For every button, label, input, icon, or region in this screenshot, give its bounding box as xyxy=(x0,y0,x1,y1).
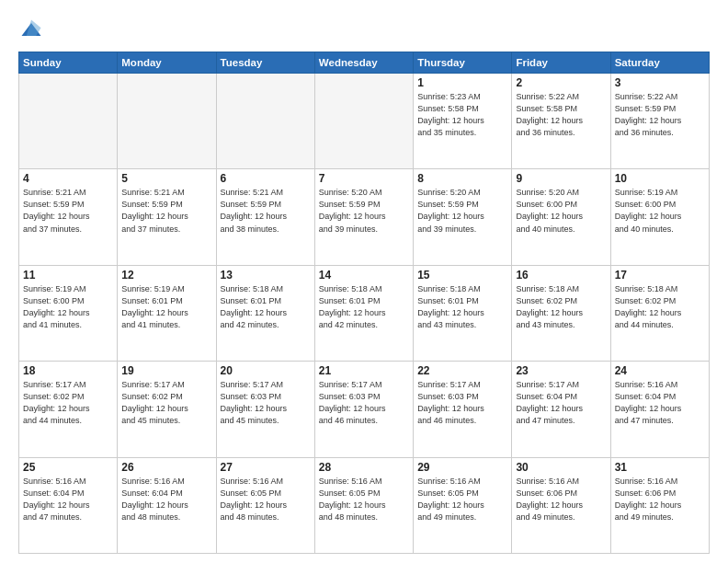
day-number: 2 xyxy=(516,76,606,89)
day-info: Sunrise: 5:17 AM Sunset: 6:04 PM Dayligh… xyxy=(516,379,606,427)
calendar-table: SundayMondayTuesdayWednesdayThursdayFrid… xyxy=(18,52,710,554)
day-number: 12 xyxy=(121,269,211,282)
calendar-cell-1: 1Sunrise: 5:23 AM Sunset: 5:58 PM Daylig… xyxy=(414,74,512,169)
page: SundayMondayTuesdayWednesdayThursdayFrid… xyxy=(0,0,728,563)
day-info: Sunrise: 5:18 AM Sunset: 6:02 PM Dayligh… xyxy=(516,283,606,331)
day-number: 7 xyxy=(319,172,409,185)
calendar-cell-27: 27Sunrise: 5:16 AM Sunset: 6:05 PM Dayli… xyxy=(216,457,314,553)
day-info: Sunrise: 5:21 AM Sunset: 5:59 PM Dayligh… xyxy=(221,187,311,235)
day-info: Sunrise: 5:16 AM Sunset: 6:05 PM Dayligh… xyxy=(319,476,409,523)
calendar-cell-12: 12Sunrise: 5:19 AM Sunset: 6:01 PM Dayli… xyxy=(118,265,216,361)
calendar-cell-empty-3 xyxy=(314,74,413,169)
day-info: Sunrise: 5:17 AM Sunset: 6:03 PM Dayligh… xyxy=(221,379,311,427)
calendar-cell-empty-0 xyxy=(19,74,118,169)
day-number: 9 xyxy=(516,172,606,185)
day-number: 29 xyxy=(417,461,507,474)
calendar-cell-21: 21Sunrise: 5:17 AM Sunset: 6:03 PM Dayli… xyxy=(314,362,413,457)
calendar-header-friday: Friday xyxy=(512,52,610,74)
day-info: Sunrise: 5:17 AM Sunset: 6:03 PM Dayligh… xyxy=(417,379,507,427)
calendar-cell-31: 31Sunrise: 5:16 AM Sunset: 6:06 PM Dayli… xyxy=(610,457,709,553)
calendar-cell-9: 9Sunrise: 5:20 AM Sunset: 6:00 PM Daylig… xyxy=(512,169,610,265)
day-info: Sunrise: 5:16 AM Sunset: 6:05 PM Dayligh… xyxy=(417,476,507,523)
day-info: Sunrise: 5:18 AM Sunset: 6:02 PM Dayligh… xyxy=(615,283,705,331)
day-number: 21 xyxy=(319,364,409,377)
calendar-cell-11: 11Sunrise: 5:19 AM Sunset: 6:00 PM Dayli… xyxy=(19,265,118,361)
calendar-cell-empty-1 xyxy=(118,74,216,169)
calendar-cell-28: 28Sunrise: 5:16 AM Sunset: 6:05 PM Dayli… xyxy=(314,457,413,553)
day-number: 30 xyxy=(516,461,606,474)
day-number: 14 xyxy=(319,269,409,282)
day-number: 10 xyxy=(615,172,705,185)
day-info: Sunrise: 5:19 AM Sunset: 6:01 PM Dayligh… xyxy=(121,283,211,331)
calendar-cell-4: 4Sunrise: 5:21 AM Sunset: 5:59 PM Daylig… xyxy=(19,169,118,265)
day-number: 4 xyxy=(23,172,113,185)
calendar-header-saturday: Saturday xyxy=(610,52,709,74)
day-info: Sunrise: 5:20 AM Sunset: 6:00 PM Dayligh… xyxy=(516,187,606,235)
calendar-cell-24: 24Sunrise: 5:16 AM Sunset: 6:04 PM Dayli… xyxy=(610,362,709,457)
day-info: Sunrise: 5:16 AM Sunset: 6:04 PM Dayligh… xyxy=(23,476,113,523)
day-number: 19 xyxy=(121,364,211,377)
calendar-cell-20: 20Sunrise: 5:17 AM Sunset: 6:03 PM Dayli… xyxy=(216,362,314,457)
calendar-header-sunday: Sunday xyxy=(19,52,118,74)
day-number: 18 xyxy=(23,364,113,377)
day-info: Sunrise: 5:16 AM Sunset: 6:04 PM Dayligh… xyxy=(121,476,211,523)
calendar-cell-2: 2Sunrise: 5:22 AM Sunset: 5:58 PM Daylig… xyxy=(512,74,610,169)
day-info: Sunrise: 5:21 AM Sunset: 5:59 PM Dayligh… xyxy=(121,187,211,235)
calendar-cell-3: 3Sunrise: 5:22 AM Sunset: 5:59 PM Daylig… xyxy=(610,74,709,169)
day-number: 11 xyxy=(23,269,113,282)
calendar-cell-5: 5Sunrise: 5:21 AM Sunset: 5:59 PM Daylig… xyxy=(118,169,216,265)
day-number: 28 xyxy=(319,461,409,474)
calendar-cell-17: 17Sunrise: 5:18 AM Sunset: 6:02 PM Dayli… xyxy=(610,265,709,361)
calendar-cell-25: 25Sunrise: 5:16 AM Sunset: 6:04 PM Dayli… xyxy=(19,457,118,553)
logo-icon xyxy=(18,17,44,42)
day-info: Sunrise: 5:16 AM Sunset: 6:06 PM Dayligh… xyxy=(516,476,606,523)
day-number: 23 xyxy=(516,364,606,377)
day-info: Sunrise: 5:19 AM Sunset: 6:00 PM Dayligh… xyxy=(615,187,705,235)
logo xyxy=(18,17,48,42)
day-number: 6 xyxy=(221,172,311,185)
calendar-cell-30: 30Sunrise: 5:16 AM Sunset: 6:06 PM Dayli… xyxy=(512,457,610,553)
day-number: 5 xyxy=(121,172,211,185)
calendar-header-row: SundayMondayTuesdayWednesdayThursdayFrid… xyxy=(19,52,710,74)
calendar-cell-13: 13Sunrise: 5:18 AM Sunset: 6:01 PM Dayli… xyxy=(216,265,314,361)
day-info: Sunrise: 5:22 AM Sunset: 5:59 PM Dayligh… xyxy=(615,91,705,139)
day-info: Sunrise: 5:18 AM Sunset: 6:01 PM Dayligh… xyxy=(319,283,409,331)
day-info: Sunrise: 5:16 AM Sunset: 6:05 PM Dayligh… xyxy=(221,476,311,523)
day-info: Sunrise: 5:20 AM Sunset: 5:59 PM Dayligh… xyxy=(319,187,409,235)
day-number: 25 xyxy=(23,461,113,474)
day-number: 1 xyxy=(417,76,507,89)
day-info: Sunrise: 5:22 AM Sunset: 5:58 PM Dayligh… xyxy=(516,91,606,139)
header xyxy=(18,17,710,42)
calendar-header-tuesday: Tuesday xyxy=(216,52,314,74)
day-number: 17 xyxy=(615,269,705,282)
day-number: 3 xyxy=(615,76,705,89)
day-number: 26 xyxy=(121,461,211,474)
calendar-cell-10: 10Sunrise: 5:19 AM Sunset: 6:00 PM Dayli… xyxy=(610,169,709,265)
day-number: 16 xyxy=(516,269,606,282)
calendar-cell-15: 15Sunrise: 5:18 AM Sunset: 6:01 PM Dayli… xyxy=(414,265,512,361)
day-info: Sunrise: 5:18 AM Sunset: 6:01 PM Dayligh… xyxy=(417,283,507,331)
day-info: Sunrise: 5:23 AM Sunset: 5:58 PM Dayligh… xyxy=(417,91,507,139)
calendar-cell-7: 7Sunrise: 5:20 AM Sunset: 5:59 PM Daylig… xyxy=(314,169,413,265)
calendar-week-4: 18Sunrise: 5:17 AM Sunset: 6:02 PM Dayli… xyxy=(19,362,710,457)
day-number: 13 xyxy=(221,269,311,282)
calendar-cell-18: 18Sunrise: 5:17 AM Sunset: 6:02 PM Dayli… xyxy=(19,362,118,457)
day-info: Sunrise: 5:16 AM Sunset: 6:04 PM Dayligh… xyxy=(615,379,705,427)
calendar-cell-26: 26Sunrise: 5:16 AM Sunset: 6:04 PM Dayli… xyxy=(118,457,216,553)
calendar-cell-14: 14Sunrise: 5:18 AM Sunset: 6:01 PM Dayli… xyxy=(314,265,413,361)
day-number: 31 xyxy=(615,461,705,474)
calendar-cell-empty-2 xyxy=(216,74,314,169)
day-info: Sunrise: 5:19 AM Sunset: 6:00 PM Dayligh… xyxy=(23,283,113,331)
day-number: 27 xyxy=(221,461,311,474)
calendar-header-wednesday: Wednesday xyxy=(314,52,413,74)
calendar-header-thursday: Thursday xyxy=(414,52,512,74)
calendar-week-2: 4Sunrise: 5:21 AM Sunset: 5:59 PM Daylig… xyxy=(19,169,710,265)
calendar-week-1: 1Sunrise: 5:23 AM Sunset: 5:58 PM Daylig… xyxy=(19,74,710,169)
day-info: Sunrise: 5:17 AM Sunset: 6:03 PM Dayligh… xyxy=(319,379,409,427)
calendar-week-5: 25Sunrise: 5:16 AM Sunset: 6:04 PM Dayli… xyxy=(19,457,710,553)
day-info: Sunrise: 5:16 AM Sunset: 6:06 PM Dayligh… xyxy=(615,476,705,523)
calendar-cell-8: 8Sunrise: 5:20 AM Sunset: 5:59 PM Daylig… xyxy=(414,169,512,265)
calendar-cell-29: 29Sunrise: 5:16 AM Sunset: 6:05 PM Dayli… xyxy=(414,457,512,553)
calendar-header-monday: Monday xyxy=(118,52,216,74)
calendar-cell-6: 6Sunrise: 5:21 AM Sunset: 5:59 PM Daylig… xyxy=(216,169,314,265)
